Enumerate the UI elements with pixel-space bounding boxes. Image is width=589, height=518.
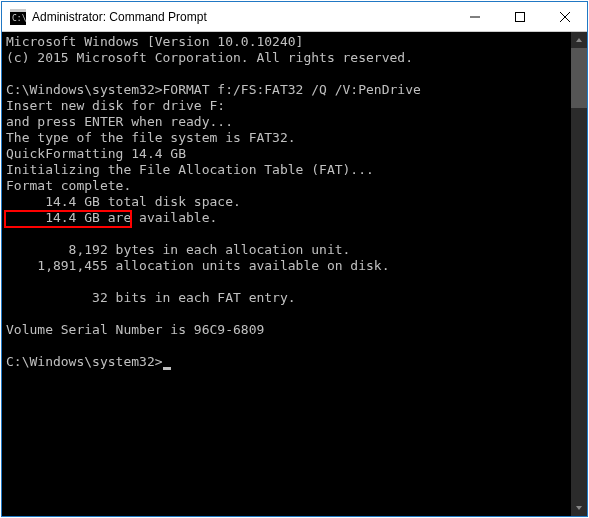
close-icon <box>560 12 570 22</box>
terminal-body[interactable]: Microsoft Windows [Version 10.0.10240] (… <box>2 32 587 516</box>
maximize-button[interactable] <box>497 2 542 31</box>
terminal-line: C:\Windows\system32>FORMAT f:/FS:FAT32 /… <box>6 82 421 97</box>
command-prompt-icon: C:\ <box>10 9 26 25</box>
close-button[interactable] <box>542 2 587 31</box>
svg-rect-4 <box>515 12 524 21</box>
terminal-line: The type of the file system is FAT32. <box>6 130 296 145</box>
svg-rect-1 <box>10 9 26 12</box>
minimize-button[interactable] <box>452 2 497 31</box>
terminal-line: Volume Serial Number is 96C9-6809 <box>6 322 264 337</box>
scrollbar[interactable] <box>571 32 587 516</box>
chevron-down-icon <box>575 504 583 512</box>
terminal-line: Microsoft Windows [Version 10.0.10240] <box>6 34 303 49</box>
terminal-line: Initializing the File Allocation Table (… <box>6 162 374 177</box>
cursor <box>163 367 171 370</box>
maximize-icon <box>515 12 525 22</box>
terminal-line: 14.4 GB are available. <box>6 210 217 225</box>
terminal-output[interactable]: Microsoft Windows [Version 10.0.10240] (… <box>2 32 571 516</box>
terminal-line: C:\Windows\system32> <box>6 354 163 369</box>
window-title: Administrator: Command Prompt <box>32 10 452 24</box>
scroll-thumb[interactable] <box>571 48 587 108</box>
terminal-line: and press ENTER when ready... <box>6 114 233 129</box>
minimize-icon <box>470 12 480 22</box>
terminal-line: Insert new disk for drive F: <box>6 98 225 113</box>
terminal-line: 8,192 bytes in each allocation unit. <box>6 242 350 257</box>
svg-text:C:\: C:\ <box>12 14 26 23</box>
titlebar[interactable]: C:\ Administrator: Command Prompt <box>2 2 587 32</box>
svg-marker-7 <box>576 38 582 42</box>
terminal-line: 32 bits in each FAT entry. <box>6 290 296 305</box>
terminal-line: (c) 2015 Microsoft Corporation. All righ… <box>6 50 413 65</box>
chevron-up-icon <box>575 36 583 44</box>
terminal-line: QuickFormatting 14.4 GB <box>6 146 186 161</box>
terminal-line: 14.4 GB total disk space. <box>6 194 241 209</box>
terminal-line: Format complete. <box>6 178 131 193</box>
scroll-down-button[interactable] <box>571 500 587 516</box>
terminal-line: 1,891,455 allocation units available on … <box>6 258 390 273</box>
svg-marker-8 <box>576 506 582 510</box>
window-controls <box>452 2 587 31</box>
scroll-up-button[interactable] <box>571 32 587 48</box>
command-prompt-window: C:\ Administrator: Command Prompt Micros… <box>1 1 588 517</box>
